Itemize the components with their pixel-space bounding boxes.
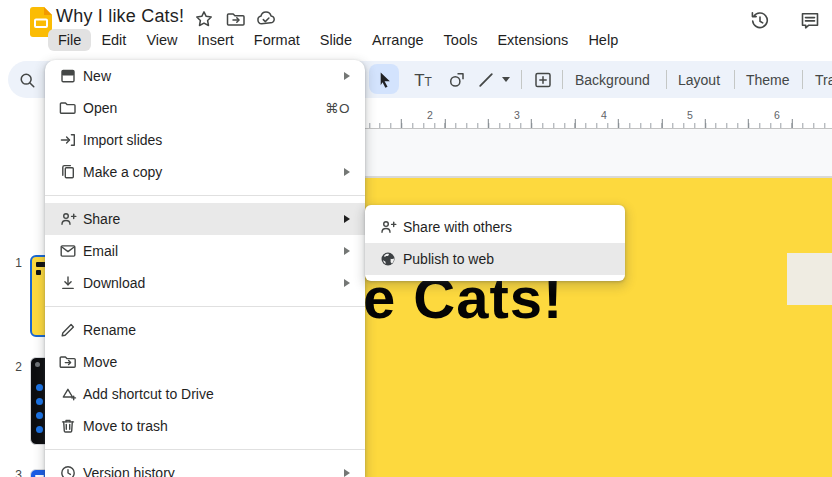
menu-item-make-a-copy[interactable]: Make a copy bbox=[45, 156, 365, 188]
submenu-arrow-icon bbox=[344, 215, 350, 223]
menu-slide[interactable]: Slide bbox=[310, 29, 362, 51]
share-submenu: Share with others Publish to web bbox=[365, 205, 625, 281]
comments-icon[interactable] bbox=[799, 10, 821, 32]
line-icon bbox=[476, 70, 496, 90]
menu-item-open[interactable]: Open ⌘O bbox=[45, 92, 365, 124]
slide-number: 1 bbox=[4, 256, 22, 270]
menu-item-rename[interactable]: Rename bbox=[45, 314, 365, 346]
search-icon[interactable] bbox=[17, 70, 37, 90]
submenu-arrow-icon bbox=[344, 279, 350, 287]
menu-item-email[interactable]: Email bbox=[45, 235, 365, 267]
drive-shortcut-icon bbox=[59, 385, 77, 403]
shape-icon bbox=[447, 70, 467, 90]
menu-edit[interactable]: Edit bbox=[91, 29, 136, 51]
move-folder-icon[interactable] bbox=[226, 9, 246, 29]
text-tool-icon: TT bbox=[414, 72, 432, 89]
chevron-down-icon bbox=[502, 77, 510, 82]
menu-tools[interactable]: Tools bbox=[434, 29, 488, 51]
menu-arrange[interactable]: Arrange bbox=[362, 29, 434, 51]
download-icon bbox=[59, 274, 77, 292]
ruler-number: 4 bbox=[598, 109, 610, 121]
version-history-icon[interactable] bbox=[749, 10, 771, 32]
ruler-number: 5 bbox=[684, 109, 696, 121]
ruler-number: 3 bbox=[511, 109, 523, 121]
slide-number: 2 bbox=[4, 360, 22, 374]
cursor-arrow-icon bbox=[375, 70, 394, 89]
menu-divider bbox=[45, 306, 365, 307]
menu-format[interactable]: Format bbox=[244, 29, 310, 51]
open-shortcut: ⌘O bbox=[325, 100, 350, 116]
select-tool-button[interactable] bbox=[369, 64, 399, 94]
google-slides-app: Why I like Cats! File Edit View Insert F… bbox=[0, 0, 832, 477]
globe-icon bbox=[379, 250, 397, 268]
menu-bar: File Edit View Insert Format Slide Arran… bbox=[48, 29, 628, 51]
menu-item-import-slides[interactable]: Import slides bbox=[45, 124, 365, 156]
email-icon bbox=[59, 242, 77, 260]
new-presentation-icon bbox=[59, 67, 77, 85]
copy-icon bbox=[59, 163, 77, 181]
menu-item-move-to-trash[interactable]: Move to trash bbox=[45, 410, 365, 442]
menu-item-download[interactable]: Download bbox=[45, 267, 365, 299]
submenu-arrow-icon bbox=[344, 247, 350, 255]
move-folder-icon bbox=[59, 353, 77, 371]
star-icon[interactable] bbox=[194, 9, 214, 29]
clock-icon bbox=[59, 464, 77, 477]
theme-button[interactable]: Theme bbox=[746, 61, 790, 98]
menu-divider bbox=[45, 195, 365, 196]
person-add-icon bbox=[379, 218, 397, 236]
insert-placeholder-button[interactable] bbox=[531, 68, 555, 92]
menu-extensions[interactable]: Extensions bbox=[487, 29, 578, 51]
layout-button[interactable]: Layout bbox=[678, 61, 720, 98]
menu-item-add-shortcut-to-drive[interactable]: Add shortcut to Drive bbox=[45, 378, 365, 410]
import-icon bbox=[59, 131, 77, 149]
document-title[interactable]: Why I like Cats! bbox=[56, 6, 184, 27]
menu-view[interactable]: View bbox=[136, 29, 187, 51]
line-tool-button[interactable] bbox=[474, 68, 498, 92]
text-tool-button[interactable]: TT bbox=[411, 68, 435, 92]
menu-item-version-history[interactable]: Version history bbox=[45, 457, 365, 477]
person-add-icon bbox=[59, 210, 77, 228]
trash-icon bbox=[59, 417, 77, 435]
menu-divider bbox=[45, 449, 365, 450]
submenu-arrow-icon bbox=[344, 168, 350, 176]
transition-button[interactable]: Transition bbox=[815, 61, 832, 98]
menu-item-share[interactable]: Share bbox=[45, 203, 365, 235]
slide-number: 3 bbox=[4, 468, 22, 477]
submenu-item-publish-to-web[interactable]: Publish to web bbox=[365, 243, 625, 275]
line-tool-dropdown[interactable] bbox=[502, 77, 510, 82]
ruler-number: 2 bbox=[424, 109, 436, 121]
folder-open-icon bbox=[59, 99, 77, 117]
shape-tool-button[interactable] bbox=[445, 68, 469, 92]
slide-image-placeholder[interactable] bbox=[787, 253, 832, 305]
toolbar-divider bbox=[666, 70, 667, 89]
menu-item-new[interactable]: New bbox=[45, 60, 365, 92]
frame-plus-icon bbox=[533, 70, 553, 90]
pencil-icon bbox=[59, 321, 77, 339]
toolbar-divider bbox=[802, 70, 803, 89]
toolbar-divider bbox=[521, 70, 522, 89]
ruler-number: 6 bbox=[771, 109, 783, 121]
background-button[interactable]: Background bbox=[575, 61, 650, 98]
cloud-saved-icon[interactable] bbox=[256, 9, 276, 29]
submenu-arrow-icon bbox=[344, 72, 350, 80]
menu-help[interactable]: Help bbox=[578, 29, 628, 51]
menu-item-move[interactable]: Move bbox=[45, 346, 365, 378]
toolbar-divider bbox=[734, 70, 735, 89]
file-menu: New Open ⌘O Import slides bbox=[45, 60, 365, 477]
submenu-item-share-with-others[interactable]: Share with others bbox=[365, 211, 625, 243]
submenu-arrow-icon bbox=[344, 469, 350, 477]
toolbar-divider bbox=[562, 70, 563, 89]
menu-insert[interactable]: Insert bbox=[188, 29, 244, 51]
menu-file[interactable]: File bbox=[48, 29, 91, 51]
